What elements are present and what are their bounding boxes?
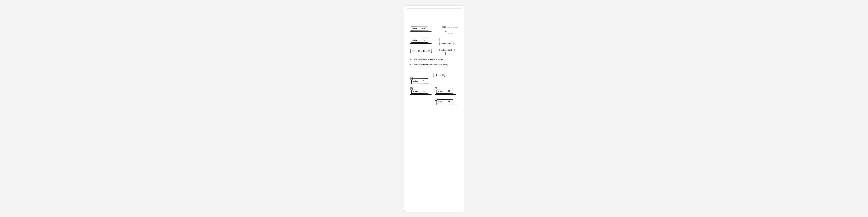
column-box-c: action C bbox=[411, 79, 428, 84]
pin-badge: 2 bbox=[435, 98, 437, 101]
bracket-open-icon: [ bbox=[410, 48, 411, 53]
bracket-close-icon: ] bbox=[445, 52, 446, 56]
brace-close-icon: } bbox=[453, 42, 454, 45]
baseline-1 bbox=[410, 31, 432, 32]
pin-badge: 1 bbox=[410, 88, 412, 90]
baseline-5 bbox=[435, 94, 456, 95]
reduced-array-text: C , D bbox=[436, 73, 445, 77]
state-box-label: action bbox=[438, 101, 442, 103]
state-box-label: action bbox=[413, 90, 418, 92]
step-1-text: add previously selected to array bbox=[414, 58, 443, 60]
bracket-close-icon: ] bbox=[444, 72, 445, 77]
step-2-text: remove currently selected from array bbox=[414, 64, 448, 66]
note-c-word: C bbox=[445, 31, 447, 34]
pin-badge: 2 bbox=[435, 88, 437, 90]
note-c-annot: remove bbox=[448, 32, 453, 34]
note-null-annot: wont be readded bbox=[447, 26, 458, 28]
column-box-u: action U bbox=[411, 89, 428, 94]
full-array-text: C , R , U , D bbox=[412, 49, 431, 53]
step-1-number: 1 - bbox=[410, 58, 412, 60]
pin-badge: 1 bbox=[410, 77, 412, 80]
selected-c-text: selected : C bbox=[441, 42, 452, 45]
step-2-number: 2 - bbox=[410, 64, 412, 66]
state-box-label: action bbox=[412, 27, 417, 29]
baseline-4 bbox=[410, 94, 432, 95]
note-null-word: null bbox=[442, 26, 446, 28]
brace-open-icon: { bbox=[439, 42, 440, 45]
baseline-6 bbox=[435, 105, 456, 105]
column-box-r: action R bbox=[436, 99, 453, 104]
state-box-value: U bbox=[423, 90, 425, 92]
state-box-label: action bbox=[413, 80, 418, 82]
state-box-value: C bbox=[423, 38, 425, 41]
comma-text: , bbox=[456, 42, 456, 45]
brace-close-icon: } bbox=[454, 48, 455, 52]
bracket-close-icon: ] bbox=[431, 48, 432, 53]
state-box-value: C bbox=[423, 79, 425, 82]
selected-d-text: selected : D bbox=[441, 49, 452, 51]
state-box-action-c: action C bbox=[411, 38, 428, 43]
state-box-value: D bbox=[448, 90, 450, 92]
bracket-open-icon: [ bbox=[433, 72, 434, 77]
baseline-3 bbox=[410, 84, 432, 84]
state-box-label: action bbox=[438, 90, 442, 92]
baseline-2 bbox=[410, 43, 432, 43]
notebook-page: action null action C [ C , R , U , D ] n… bbox=[404, 5, 464, 212]
column-box-d: action D bbox=[436, 89, 453, 94]
state-box-label: action bbox=[412, 39, 417, 41]
bracket-open-icon: [ bbox=[439, 37, 440, 42]
state-box-value: R bbox=[448, 100, 450, 103]
brace-open-icon: { bbox=[439, 48, 440, 52]
state-box-action-null: action null bbox=[411, 26, 428, 31]
state-box-value: null bbox=[422, 27, 426, 29]
